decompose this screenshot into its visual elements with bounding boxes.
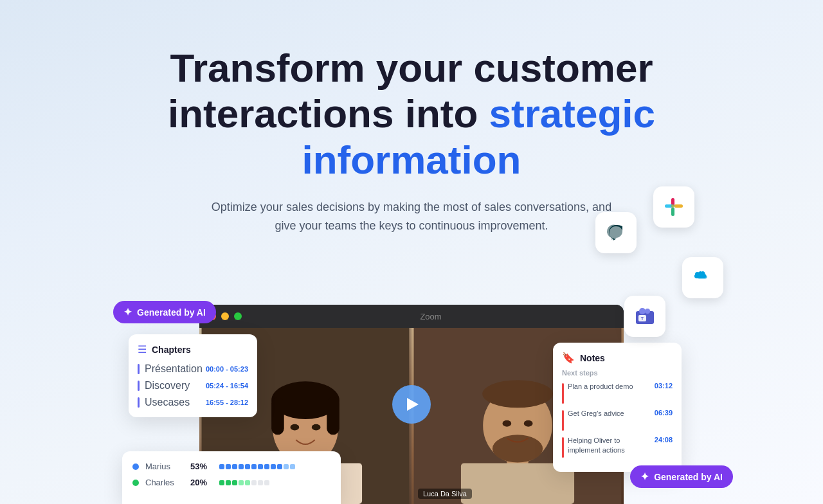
person-pct-marius: 53% [190,462,213,471]
chapter-name-1: Présentation [145,363,206,375]
hero-subtitle: Optimize your sales decisions by making … [203,198,620,235]
ai-badge-label: Generated by AI [137,307,206,318]
note-text-1: Plan a product demo [568,382,651,392]
svg-point-30 [524,420,533,427]
chapters-card: ☰ Chapters Présentation 00:00 - 05:23 Di… [129,334,257,417]
next-steps-label: Next steps [562,369,673,377]
note-item-1: Plan a product demo 03:12 [562,382,673,404]
hero-title: Transform your customer interactions int… [161,45,662,183]
slack-icon [653,186,694,228]
note-time-1: 03:12 [655,382,673,390]
note-item-3: Helping Oliver to implement actions 24:0… [562,436,673,458]
person-name-marius: Marius [145,462,184,471]
zoom-titlebar: Zoom [199,305,624,328]
play-button[interactable] [392,385,431,424]
person2-nametag: Luca Da Silva [418,489,472,499]
ai-sparkle-icon: ✦ [123,306,132,318]
chapter-time-2: 05:24 - 16:54 [206,382,248,390]
notes-icon: 🔖 [562,352,575,364]
notes-title: Notes [580,353,605,363]
chapter-time-3: 16:55 - 28:12 [206,399,248,406]
chapter-name-3: Usecases [145,397,206,408]
note-time-2: 06:39 [655,409,673,417]
note-text-2: Get Greg's advice [568,409,651,419]
svg-point-29 [503,420,512,427]
notes-header: 🔖 Notes [562,352,673,364]
ai-badge-bottomright[interactable]: ✦ Generated by AI [630,465,733,488]
svg-text:T: T [641,316,644,321]
svg-rect-6 [674,204,683,208]
note-bar-3 [562,437,564,458]
note-bar-2 [562,410,564,431]
analytics-card: Marius 53% Charles 20% [122,451,341,504]
svg-point-27 [482,380,553,408]
svg-rect-19 [327,397,339,435]
salesforce-icon [682,257,723,298]
ai-badge-topleft[interactable]: ✦ Generated by AI [113,301,216,323]
chapter-row-1: Présentation 00:00 - 05:23 [138,363,248,375]
chapter-row-2: Discovery 05:24 - 16:54 [138,380,248,392]
chapters-header: ☰ Chapters [138,343,248,356]
bar-marius [219,464,330,469]
chapter-name-2: Discovery [145,380,206,392]
svg-rect-7 [671,204,674,208]
analytics-row-2: Charles 20% [132,478,330,487]
chapter-bar-1 [138,364,140,374]
chapters-title: Chapters [152,345,191,355]
person-dot-marius [132,464,139,470]
note-item-2: Get Greg's advice 06:39 [562,409,673,431]
chapters-icon: ☰ [138,343,147,356]
person-pct-charles: 20% [190,478,213,487]
person-dot-charles [132,480,139,486]
bar-charles [219,480,330,485]
maximize-dot [234,312,242,320]
chapter-time-1: 00:00 - 05:23 [206,365,248,373]
hero-section: Transform your customer interactions int… [0,0,823,235]
chapter-bar-2 [138,381,140,391]
ai-sparkle-icon-2: ✦ [640,471,649,483]
chapter-row-3: Usecases 16:55 - 28:12 [138,397,248,408]
ai-badge-label-2: Generated by AI [654,472,723,482]
zendesk-icon [595,212,637,253]
svg-point-21 [312,424,321,431]
svg-point-10 [639,308,646,314]
analytics-row-1: Marius 53% [132,462,330,471]
svg-rect-18 [271,397,284,435]
svg-point-20 [291,424,300,431]
notes-card: 🔖 Notes Next steps Plan a product demo 0… [553,343,682,472]
svg-point-28 [493,435,543,462]
note-bar-1 [562,383,564,404]
zoom-title: Zoom [420,312,441,321]
note-text-3: Helping Oliver to implement actions [568,436,651,456]
note-time-3: 24:08 [655,436,673,444]
chapter-bar-3 [138,397,140,408]
svg-rect-4 [671,208,674,216]
person-name-charles: Charles [145,478,184,487]
teams-icon: T [624,296,665,337]
svg-point-9 [645,309,650,314]
minimize-dot [221,312,229,320]
